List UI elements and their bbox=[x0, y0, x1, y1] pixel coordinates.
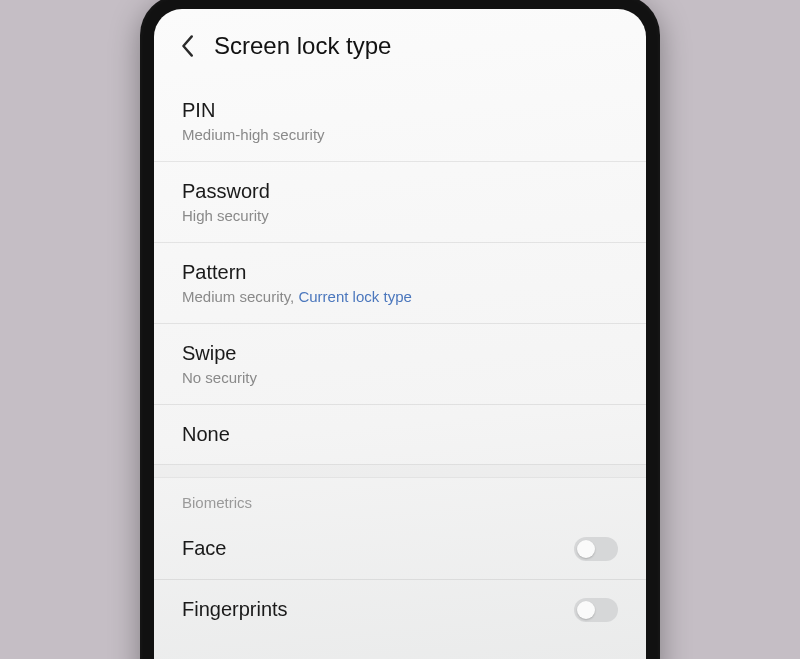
item-title: Fingerprints bbox=[182, 598, 288, 621]
lock-type-text: PIN Medium-high security bbox=[182, 99, 325, 143]
biometric-fingerprints[interactable]: Fingerprints bbox=[154, 580, 646, 640]
lock-type-text: Pattern Medium security, Current lock ty… bbox=[182, 261, 412, 305]
biometric-text: Face bbox=[182, 537, 226, 560]
subtitle-text: Medium security, bbox=[182, 288, 294, 305]
item-title: Face bbox=[182, 537, 226, 560]
settings-list: PIN Medium-high security Password High s… bbox=[154, 81, 646, 660]
phone-frame: Screen lock type PIN Medium-high securit… bbox=[140, 0, 660, 659]
biometric-text: Fingerprints bbox=[182, 598, 288, 621]
face-toggle[interactable] bbox=[574, 537, 618, 561]
settings-screen: Screen lock type PIN Medium-high securit… bbox=[154, 9, 646, 660]
biometric-face[interactable]: Face bbox=[154, 519, 646, 580]
fingerprints-toggle[interactable] bbox=[574, 598, 618, 622]
item-title: Password bbox=[182, 180, 270, 203]
item-title: Swipe bbox=[182, 342, 257, 365]
item-title: PIN bbox=[182, 99, 325, 122]
page-title: Screen lock type bbox=[214, 32, 391, 60]
section-divider bbox=[154, 464, 646, 478]
lock-type-pin[interactable]: PIN Medium-high security bbox=[154, 81, 646, 162]
item-title: None bbox=[182, 423, 230, 446]
lock-type-text: None bbox=[182, 423, 230, 446]
biometrics-section-header: Biometrics bbox=[154, 478, 646, 519]
lock-type-text: Password High security bbox=[182, 180, 270, 224]
lock-type-pattern[interactable]: Pattern Medium security, Current lock ty… bbox=[154, 243, 646, 324]
item-subtitle: Medium security, Current lock type bbox=[182, 288, 412, 305]
lock-type-password[interactable]: Password High security bbox=[154, 162, 646, 243]
lock-type-text: Swipe No security bbox=[182, 342, 257, 386]
lock-type-none[interactable]: None bbox=[154, 405, 646, 464]
current-lock-badge: Current lock type bbox=[298, 288, 411, 305]
item-subtitle: Medium-high security bbox=[182, 126, 325, 143]
header-bar: Screen lock type bbox=[154, 9, 646, 81]
item-subtitle: No security bbox=[182, 369, 257, 386]
item-subtitle: High security bbox=[182, 207, 270, 224]
item-title: Pattern bbox=[182, 261, 412, 284]
lock-type-swipe[interactable]: Swipe No security bbox=[154, 324, 646, 405]
chevron-left-icon bbox=[179, 34, 195, 58]
back-button[interactable] bbox=[170, 29, 204, 63]
